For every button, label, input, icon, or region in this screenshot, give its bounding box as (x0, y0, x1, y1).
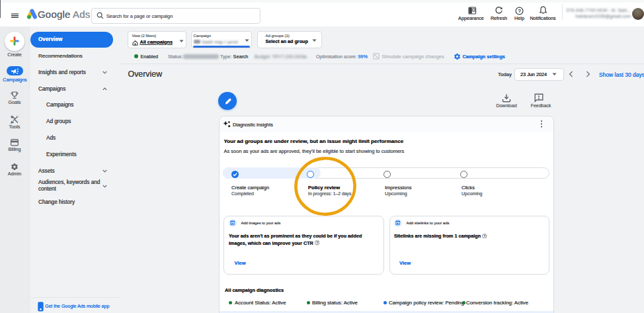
svg-text:?: ? (518, 8, 520, 14)
svg-text:?: ? (483, 234, 485, 238)
svg-text:?: ? (316, 242, 318, 245)
